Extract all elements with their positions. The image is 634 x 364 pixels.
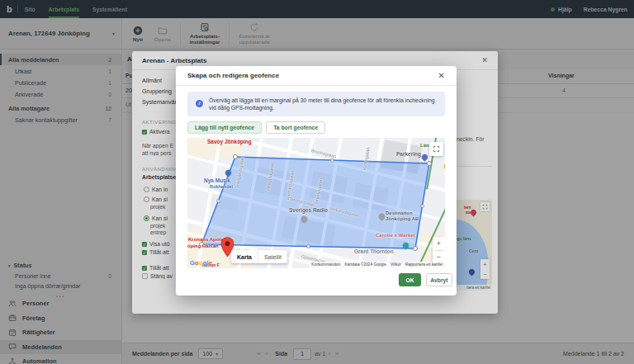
- remove-geofence-button[interactable]: Ta bort geofence: [266, 121, 325, 134]
- modal-title: Skapa och redigera geofence: [187, 72, 438, 79]
- poi-label: Bokhandel: [210, 184, 233, 189]
- attribution-link[interactable]: Villkor: [390, 262, 401, 267]
- close-icon[interactable]: ✕: [438, 71, 445, 80]
- map-canvas[interactable]: + − Karta Satellit Google KortkommandonK…: [187, 138, 445, 268]
- polygon-midpoint-handle[interactable]: [330, 158, 334, 163]
- poi-label: Carotte x Werket: [376, 233, 415, 238]
- poi-label: öping Hälsan: [187, 243, 219, 248]
- attribution-link[interactable]: Kartdata ©2024 Google: [344, 262, 386, 267]
- fullscreen-button[interactable]: [429, 142, 443, 156]
- poi-label: Nya Musik: [204, 177, 230, 183]
- cancel-button[interactable]: Avbryt: [426, 273, 452, 286]
- attribution-link[interactable]: Kortkommandon: [311, 262, 340, 267]
- poi-label: Savoy Jönköping: [207, 139, 252, 144]
- poi-label: Jönköping AB: [386, 216, 419, 221]
- polygon-midpoint-handle[interactable]: [420, 204, 424, 208]
- google-logo-letter: e: [209, 259, 212, 267]
- google-logo: Google: [190, 259, 212, 267]
- geofence-actions: Lägg till nytt geofence Ta bort geofence: [187, 121, 325, 134]
- info-icon: i: [196, 100, 203, 107]
- polygon-midpoint-handle[interactable]: [306, 244, 310, 248]
- modal-header: Skapa och redigera geofence ✕: [176, 66, 457, 86]
- zoom-control: + −: [433, 237, 445, 263]
- zoom-in-button[interactable]: +: [433, 237, 445, 250]
- map-type-karta-button[interactable]: Karta: [231, 250, 258, 263]
- polygon-vertex-handle[interactable]: [233, 154, 238, 159]
- info-banner: i Överväg att lägga till en marginal på …: [187, 92, 445, 116]
- geofence-modal: Skapa och redigera geofence ✕ i Överväg …: [176, 66, 457, 295]
- map-type-satellit-button[interactable]: Satellit: [258, 250, 287, 263]
- attribution-link[interactable]: Rapportera ett kartfel: [405, 262, 442, 267]
- app-window: b SitoArbetsplatsSystemklient Hjälp Rebe…: [0, 0, 634, 364]
- map-type-control: Karta Satellit: [231, 250, 287, 263]
- polygon-vertex-handle[interactable]: [427, 161, 432, 166]
- polygon-midpoint-handle[interactable]: [216, 199, 220, 203]
- poi-label: Parkering: [396, 151, 421, 157]
- poi-label: Destination: [386, 210, 413, 215]
- info-text: Överväg att lägga till en marginal på 30…: [209, 97, 437, 112]
- add-geofence-button[interactable]: Lägg till nytt geofence: [187, 121, 262, 134]
- poi-label: Grant Thornton: [354, 248, 394, 254]
- map-attribution: KortkommandonKartdata ©2024 GoogleVillko…: [309, 262, 445, 268]
- map-pin-icon: [444, 163, 445, 169]
- poi-label: Sveriges Radio: [289, 207, 328, 213]
- polygon-vertex-handle[interactable]: [413, 246, 418, 251]
- ok-button[interactable]: OK: [399, 273, 421, 286]
